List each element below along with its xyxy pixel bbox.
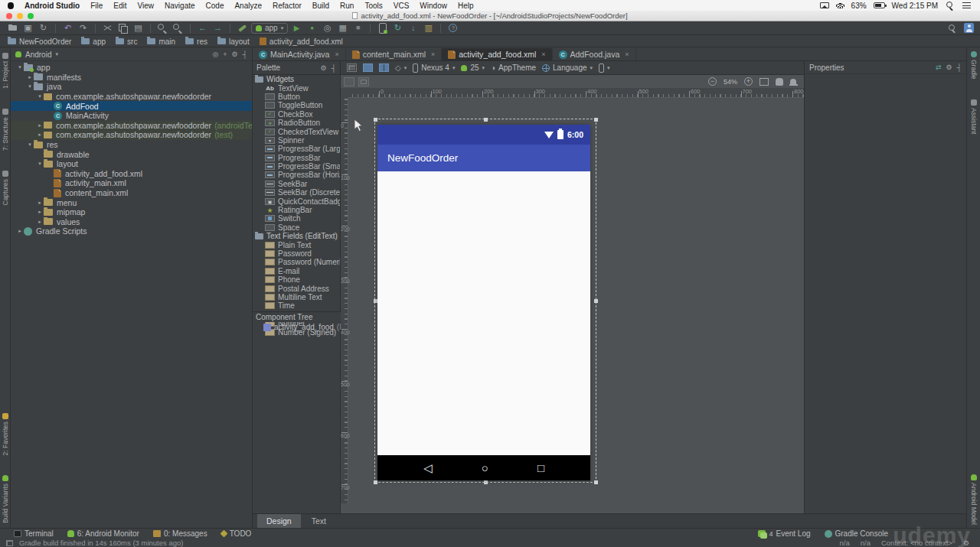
paste-icon[interactable]: ▤ [132, 22, 145, 34]
tool-window-button-todo[interactable]: TODO [221, 529, 252, 538]
resize-handle[interactable] [374, 118, 377, 122]
tool-window-button-gradle-console[interactable]: Gradle Console [825, 529, 888, 538]
tree-expanded-arrow[interactable]: ▾ [26, 83, 34, 90]
tree-item[interactable]: ▸com.example.ashutoshpawar.newfoodorder(… [11, 121, 252, 131]
show-options-icon[interactable] [344, 77, 354, 86]
run-icon[interactable]: ▶ [290, 22, 303, 34]
tree-item[interactable]: drawable [11, 149, 252, 159]
breadcrumb-item[interactable]: res [185, 37, 207, 46]
tree-item[interactable]: ▾res [11, 140, 252, 150]
breadcrumb-item[interactable]: src [116, 37, 137, 46]
status-right-item[interactable]: n/a [861, 539, 871, 547]
editor-tab[interactable]: activity_add_food.xml× [442, 48, 552, 60]
nav-recents-icon[interactable]: □ [537, 462, 544, 474]
properties-settings-gear-icon[interactable]: ⚙ [946, 63, 952, 71]
palette-item[interactable]: Phone [253, 275, 340, 284]
tree-expanded-arrow[interactable]: ▾ [36, 93, 44, 99]
tree-item[interactable]: ▸menu [11, 197, 252, 207]
both-surfaces-icon[interactable] [379, 63, 389, 72]
menu-analyze[interactable]: Analyze [234, 2, 262, 10]
tree-item[interactable]: ▸values [11, 217, 252, 227]
redo-icon[interactable]: ↷ [77, 22, 90, 34]
tool-strip-button-build-variants[interactable]: Build Variants [2, 475, 9, 523]
palette-item[interactable]: SeekBar [253, 180, 340, 188]
palette-item[interactable]: ToggleButton [253, 101, 340, 109]
menu-window[interactable]: Window [420, 2, 447, 10]
menu-run[interactable]: Run [340, 2, 354, 10]
run-configuration-selector[interactable]: app▾ [251, 23, 288, 34]
resize-handle[interactable] [374, 299, 377, 303]
undo-icon[interactable]: ↶ [61, 22, 74, 34]
tool-window-button-6-android-monitor[interactable]: 6: Android Monitor [67, 529, 139, 538]
palette-section-header[interactable]: Text Fields (EditText) [253, 232, 340, 240]
palette-item[interactable]: E-mail [253, 267, 340, 275]
tool-strip-button-captures[interactable]: Captures [2, 171, 9, 206]
forward-icon[interactable]: → [211, 22, 224, 34]
blueprint-surface-icon[interactable] [363, 63, 373, 72]
avd-manager-icon[interactable] [376, 22, 389, 34]
zoom-in-icon[interactable]: + [744, 77, 753, 86]
tree-item[interactable]: ▾com.example.ashutoshpawar.newfoodorder [11, 92, 252, 102]
tab-design[interactable]: Design [257, 514, 301, 528]
menu-refactor[interactable]: Refactor [273, 2, 302, 10]
menu-help[interactable]: Help [458, 2, 474, 10]
help-icon[interactable]: ? [446, 22, 459, 34]
component-tree-item[interactable]: activity_add_food (RelativeLayout) [253, 322, 341, 332]
palette-item[interactable]: ProgressBar (Horizontal) [253, 171, 340, 179]
palette-item[interactable]: Time [253, 301, 340, 310]
nav-back-icon[interactable]: ◁ [423, 462, 433, 474]
palette-item[interactable]: ✓CheckBox [253, 110, 340, 119]
resize-handle[interactable] [594, 480, 598, 484]
tab-text[interactable]: Text [302, 514, 335, 528]
tree-item[interactable]: content_main.xml [11, 188, 252, 198]
theme-selector[interactable]: ◑ AppTheme [491, 63, 536, 72]
resize-handle[interactable] [374, 480, 377, 484]
menu-navigate[interactable]: Navigate [165, 2, 194, 10]
tool-strip-button-1-project[interactable]: 1: Project [2, 53, 9, 89]
tree-item[interactable]: ▾layout [11, 159, 252, 169]
menu-app-name[interactable]: Android Studio [24, 2, 80, 10]
palette-item[interactable]: ✓CheckedTextView [253, 127, 340, 135]
tree-expanded-arrow[interactable]: ▾ [26, 142, 34, 148]
breadcrumb-item[interactable]: NewFoodOrder [8, 37, 71, 46]
back-icon[interactable]: ← [196, 22, 209, 34]
tree-item[interactable]: activity_add_food.xml [11, 169, 252, 179]
zoom-to-fit-icon[interactable] [760, 78, 769, 86]
breadcrumb-item[interactable]: app [81, 37, 106, 46]
spotlight-icon[interactable] [945, 0, 956, 11]
breadcrumb-item[interactable]: main [147, 37, 175, 46]
sync-project-icon[interactable]: ↻ [391, 22, 404, 34]
resize-handle[interactable] [594, 118, 598, 122]
display-mirroring-icon[interactable] [820, 2, 829, 8]
properties-hide-icon[interactable]: ┤ [957, 63, 962, 71]
palette-section-header[interactable]: Widgets [253, 75, 340, 83]
tool-strip-button-gradle[interactable]: Gradle [970, 51, 978, 80]
palette-settings-gear-icon[interactable]: ⚙ [321, 64, 327, 72]
orientation-selector[interactable]: ◇ ▾ [395, 63, 407, 72]
device-selector[interactable]: Nexus 4 ▾ [413, 63, 455, 73]
palette-item[interactable]: ▣QuickContactBadge [253, 197, 340, 205]
tree-item[interactable]: ▾app [11, 63, 252, 73]
sync-icon[interactable]: ↻ [37, 22, 50, 34]
target-device-menu[interactable]: ▾ [599, 63, 610, 73]
resize-handle[interactable] [484, 480, 488, 484]
toggle-attributes-icon[interactable]: ⇄ [936, 63, 942, 71]
project-structure-icon[interactable]: ▥ [422, 22, 435, 34]
open-icon[interactable] [6, 22, 19, 34]
menu-edit[interactable]: Edit [113, 2, 126, 10]
wifi-icon[interactable] [836, 2, 844, 8]
tree-item[interactable]: ▸Gradle Scripts [11, 226, 252, 236]
tool-strip-button-android-model[interactable]: Android Model [970, 474, 978, 525]
editor-tab[interactable]: CMainActivity.java× [253, 48, 346, 60]
tree-expanded-arrow[interactable]: ▾ [16, 64, 24, 70]
palette-item[interactable]: ProgressBar [253, 154, 340, 162]
build-icon[interactable] [236, 22, 249, 34]
expand-icon[interactable]: + [223, 50, 227, 58]
tool-window-toggle-icon[interactable] [6, 540, 13, 546]
breadcrumb-item[interactable]: activity_add_food.xml [260, 37, 343, 46]
menu-vcs[interactable]: VCS [394, 2, 410, 10]
tree-collapsed-arrow[interactable]: ▸ [26, 74, 34, 80]
notifications-bell-icon[interactable] [790, 79, 796, 84]
device-content-area[interactable] [377, 171, 590, 455]
tree-collapsed-arrow[interactable]: ▸ [16, 228, 24, 234]
